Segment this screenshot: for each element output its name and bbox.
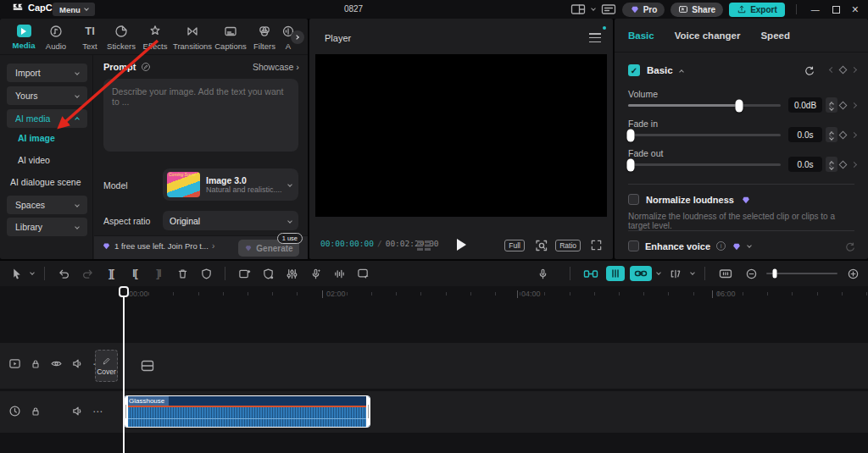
speaker-icon[interactable] — [71, 405, 84, 417]
track-order-icon[interactable] — [8, 405, 21, 417]
basic-checkbox[interactable]: ✓ — [628, 64, 640, 76]
sidebar-item-yours[interactable]: Yours — [7, 86, 87, 105]
tab-basic[interactable]: Basic — [628, 30, 654, 41]
fade-out-value[interactable]: 0.0s — [788, 157, 822, 172]
tab-voice-changer[interactable]: Voice changer — [675, 30, 741, 41]
more-icon[interactable]: ⋯ — [92, 406, 103, 417]
fade-out-slider[interactable] — [628, 163, 781, 166]
timeline-zoom-slider[interactable] — [766, 273, 837, 274]
model-select[interactable]: Coming Soon! Image 3.0 Natural and reali… — [163, 168, 298, 201]
sidebar-item-ai-dialogue-scene[interactable]: AI dialogue scene — [10, 177, 81, 187]
ratio-button[interactable]: Ratio — [555, 240, 581, 251]
auto-splice-button[interactable] — [606, 266, 625, 281]
cover-button[interactable]: Cover — [95, 350, 118, 382]
zoom-out-button[interactable] — [741, 263, 761, 284]
full-button[interactable]: Full — [504, 240, 525, 251]
delete-right-button[interactable]: ]I — [148, 263, 169, 284]
preview-zoom-icon[interactable] — [535, 239, 548, 252]
player-menu-button[interactable] — [589, 33, 601, 42]
speaker-icon[interactable] — [71, 357, 84, 370]
next-keyframe-icon[interactable] — [851, 67, 857, 73]
share-button[interactable]: Share — [670, 3, 723, 17]
select-tool-chevron-icon[interactable] — [30, 270, 35, 275]
preview-axis-chevron-icon[interactable] — [690, 270, 695, 275]
fade-in-slider-handle[interactable] — [627, 129, 635, 141]
sidebar-item-spaces[interactable]: Spaces — [7, 196, 87, 214]
volume-slider[interactable] — [628, 104, 781, 107]
tab-transitions[interactable]: Transitions — [173, 25, 212, 51]
zoom-in-button[interactable] — [843, 263, 863, 284]
mask-point-button[interactable] — [258, 263, 278, 284]
sidebar-item-library[interactable]: Library — [7, 218, 87, 236]
redo-button[interactable] — [77, 263, 97, 284]
keyframe-controls-volume[interactable] — [830, 102, 856, 108]
eye-icon[interactable] — [50, 357, 63, 370]
aspect-ratio-select[interactable]: Original — [163, 211, 298, 230]
keyframe-diamond-icon[interactable] — [839, 161, 848, 169]
keyframe-controls-fade-in[interactable] — [830, 132, 856, 138]
next-keyframe-icon[interactable] — [851, 162, 857, 168]
reset-enhance-icon[interactable] — [844, 241, 856, 253]
playhead-handle[interactable] — [119, 286, 129, 297]
tab-effects[interactable]: Effects — [136, 25, 174, 51]
prompt-input[interactable] — [103, 79, 298, 152]
adjust-layout-icon[interactable] — [601, 3, 616, 15]
audio-wave-button[interactable] — [329, 263, 349, 284]
free-use-link[interactable]: 1 free use left. Join Pro t... › — [102, 241, 214, 251]
sidebar-item-ai-video[interactable]: AI video — [18, 155, 50, 165]
playhead-line[interactable] — [123, 286, 125, 453]
link-chevron-icon[interactable] — [656, 270, 661, 275]
minimize-button[interactable]: — — [808, 5, 823, 14]
fade-in-slider[interactable] — [628, 134, 781, 136]
prev-keyframe-icon[interactable] — [829, 102, 835, 108]
tab-scroll-button[interactable] — [291, 30, 304, 44]
layout-chevron-icon[interactable] — [591, 6, 596, 11]
prev-keyframe-icon[interactable] — [829, 132, 835, 138]
frame-view-icon[interactable] — [416, 240, 431, 251]
collapse-icon[interactable] — [679, 69, 684, 75]
close-button[interactable]: × — [849, 3, 861, 16]
record-voiceover-button[interactable] — [532, 263, 553, 284]
video-preview[interactable] — [315, 54, 607, 217]
tab-stickers[interactable]: Stickers — [103, 25, 140, 51]
retouch-button[interactable] — [353, 263, 373, 284]
enhance-voice-checkbox[interactable] — [628, 240, 639, 251]
add-media-button[interactable] — [234, 263, 254, 284]
fullscreen-icon[interactable] — [590, 239, 603, 251]
fade-out-slider-handle[interactable] — [627, 158, 635, 171]
delete-button[interactable] — [172, 263, 192, 284]
chevron-down-icon[interactable] — [747, 243, 752, 248]
showcase-link[interactable]: Showcase › — [253, 62, 299, 72]
reset-basic-icon[interactable] — [804, 65, 815, 77]
lock-icon[interactable] — [30, 358, 42, 370]
prev-keyframe-icon[interactable] — [829, 67, 835, 73]
timeline-zoom-handle[interactable] — [773, 269, 777, 279]
timeline-view-button[interactable] — [715, 263, 736, 284]
maximize-button[interactable] — [832, 6, 840, 14]
normalize-loudness-checkbox[interactable] — [628, 194, 639, 205]
volume-value[interactable]: 0.0dB — [788, 97, 822, 113]
mask-button[interactable] — [196, 263, 216, 284]
clip-right-handle[interactable] — [366, 395, 370, 428]
volume-slider-handle[interactable] — [736, 99, 743, 112]
prev-keyframe-icon[interactable] — [829, 162, 835, 168]
lock-icon[interactable] — [30, 406, 42, 417]
sidebar-item-ai-media[interactable]: AI media — [7, 109, 87, 128]
voice-magic-button[interactable] — [305, 263, 326, 284]
export-button[interactable]: Export — [729, 3, 785, 17]
keyframe-diamond-icon[interactable] — [839, 131, 848, 140]
audio-clip-glasshouse[interactable]: Glasshouse — [124, 395, 370, 428]
player-layout-icon[interactable] — [570, 3, 586, 15]
undo-button[interactable] — [53, 263, 74, 284]
play-button[interactable] — [457, 239, 466, 251]
next-keyframe-icon[interactable] — [851, 132, 857, 138]
pro-button[interactable]: Pro — [622, 3, 665, 17]
split-button[interactable]: ][ — [101, 263, 121, 284]
link-clips-button[interactable] — [630, 266, 652, 281]
keyframe-diamond-icon[interactable] — [839, 102, 848, 110]
sidebar-item-import[interactable]: Import — [7, 64, 87, 82]
delete-left-button[interactable]: I[ — [125, 263, 145, 284]
tab-captions[interactable]: Captions — [212, 25, 249, 51]
fade-in-value[interactable]: 0.0s — [788, 127, 822, 142]
keyframe-controls-fade-out[interactable] — [830, 162, 856, 168]
